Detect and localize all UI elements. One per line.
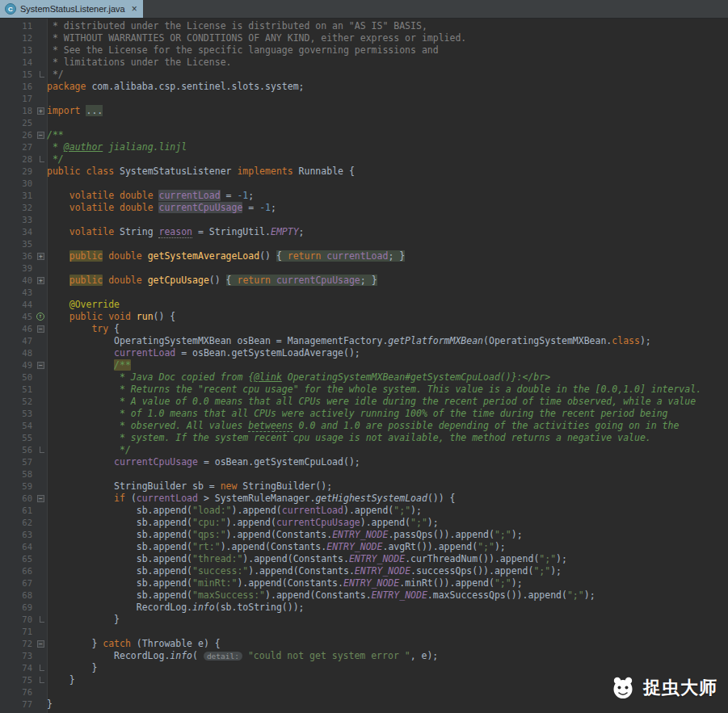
code-text (47, 626, 728, 638)
code-line[interactable]: 58 (0, 468, 728, 480)
watermark-text: 捉虫大师 (643, 676, 717, 700)
ide-window: C SystemStatusListener.java × 11 * distr… (0, 0, 728, 713)
code-line[interactable]: 61 sb.append("load:").append(currentLoad… (0, 505, 728, 517)
overriding-method-icon[interactable]: ↑ (36, 312, 44, 321)
code-line[interactable]: 17 (0, 93, 728, 105)
fold-end-icon[interactable] (40, 447, 44, 453)
code-line[interactable]: 15 */ (0, 69, 728, 81)
gutter (36, 614, 47, 626)
code-line[interactable]: 11 * distributed under the License is di… (0, 20, 728, 32)
code-text: * A value of 0.0 means that all CPUs wer… (47, 396, 728, 408)
code-line[interactable]: 18+import ... (0, 105, 728, 117)
code-text: RecordLog.info(sb.toString()); (47, 602, 728, 614)
line-number: 34 (0, 226, 36, 238)
code-editor[interactable]: 11 * distributed under the License is di… (0, 19, 728, 713)
code-line[interactable]: 43 (0, 287, 728, 299)
gutter (36, 214, 47, 226)
code-line[interactable]: 50 * Java Doc copied from {@link Operati… (0, 371, 728, 384)
code-line[interactable]: 29public class SystemStatusListener impl… (0, 166, 728, 178)
code-line[interactable]: 49− /** (0, 359, 728, 371)
gutter (36, 287, 47, 299)
code-text: * distributed under the License is distr… (47, 20, 728, 32)
fold-collapse-icon[interactable]: − (37, 325, 44, 333)
gutter (36, 93, 47, 105)
code-line[interactable]: 70 } (0, 614, 728, 626)
code-line[interactable]: 53 * of 1.0 means that all CPUs were act… (0, 408, 728, 420)
code-line[interactable]: 66 sb.append("success:").append(Constant… (0, 565, 728, 577)
code-line[interactable]: 68 sb.append("maxSuccess:").append(Const… (0, 589, 728, 602)
code-line[interactable]: 57 currentCpuUsage = osBean.getSystemCpu… (0, 456, 728, 468)
code-line[interactable]: 48 currentLoad = osBean.getSystemLoadAve… (0, 347, 728, 359)
fold-expand-icon[interactable]: + (37, 107, 44, 115)
code-text: sb.append("load:").append(currentLoad).a… (47, 505, 728, 517)
fold-collapse-icon[interactable]: − (37, 495, 44, 502)
code-text (47, 238, 728, 250)
code-line[interactable]: 33 (0, 214, 728, 226)
code-line[interactable]: 34 volatile String reason = StringUtil.E… (0, 226, 728, 238)
code-line[interactable]: 39 (0, 262, 728, 275)
code-line[interactable]: 32 volatile double currentCpuUsage = -1; (0, 202, 728, 214)
code-line[interactable]: 45↑ public void run() { (0, 311, 728, 323)
code-line[interactable]: 13 * See the License for the specific la… (0, 44, 728, 57)
code-line[interactable]: 60− if (currentLoad > SystemRuleManager.… (0, 493, 728, 505)
code-line[interactable]: 35 (0, 238, 728, 250)
fold-end-icon[interactable] (40, 71, 44, 78)
bug-logo-icon (610, 676, 636, 700)
fold-collapse-icon[interactable]: − (37, 362, 44, 369)
code-line[interactable]: 16package com.alibaba.csp.sentinel.slots… (0, 81, 728, 93)
code-line[interactable]: 77} (0, 698, 728, 711)
code-text: * Returns the "recent cpu usage" for the… (47, 384, 728, 396)
code-line[interactable]: 47 OperatingSystemMXBean osBean = Manage… (0, 335, 728, 347)
code-line[interactable]: 59 StringBuilder sb = new StringBuilder(… (0, 480, 728, 493)
tab-close-icon[interactable]: × (132, 4, 137, 14)
code-line[interactable]: 67 sb.append("minRt:").append(Constants.… (0, 577, 728, 589)
code-line[interactable]: 64 sb.append("rt:").append(Constants.ENT… (0, 541, 728, 553)
code-line[interactable]: 25 (0, 117, 728, 129)
code-line[interactable]: 62 sb.append("cpu:").append(currentCpuUs… (0, 517, 728, 529)
line-number: 40 (0, 275, 36, 287)
code-line[interactable]: 44 @Override (0, 299, 728, 311)
fold-collapse-icon[interactable]: − (37, 132, 44, 139)
code-line[interactable]: 26−/** (0, 129, 728, 141)
code-line[interactable]: 31 volatile double currentLoad = -1; (0, 190, 728, 202)
editor-tab[interactable]: C SystemStatusListener.java × (0, 0, 143, 18)
gutter (36, 480, 47, 493)
gutter (36, 565, 47, 577)
code-line[interactable]: 30 (0, 178, 728, 190)
code-line[interactable]: 63 sb.append("qps:").append(Constants.EN… (0, 529, 728, 541)
fold-end-icon[interactable] (40, 665, 44, 671)
code-line[interactable]: 28 */ (0, 153, 728, 166)
code-line[interactable]: 40+ public double getCpuUsage() { return… (0, 275, 728, 287)
line-number: 13 (0, 44, 36, 57)
code-text: @Override (47, 299, 728, 311)
code-line[interactable]: 51 * Returns the "recent cpu usage" for … (0, 384, 728, 396)
fold-end-icon[interactable] (40, 616, 44, 623)
line-number: 70 (0, 614, 36, 626)
fold-expand-icon[interactable]: + (37, 277, 44, 284)
fold-end-icon[interactable] (40, 677, 44, 683)
code-line[interactable]: 27 * @author jialiang.linjl (0, 141, 728, 153)
code-line[interactable]: 69 RecordLog.info(sb.toString()); (0, 602, 728, 614)
code-line[interactable]: 12 * WITHOUT WARRANTIES OR CONDITIONS OF… (0, 32, 728, 44)
code-line[interactable]: 14 * limitations under the License. (0, 57, 728, 69)
code-line[interactable]: 65 sb.append("thread:").append(Constants… (0, 553, 728, 565)
line-number: 26 (0, 129, 36, 141)
fold-expand-icon[interactable]: + (37, 253, 44, 260)
code-line[interactable]: 52 * A value of 0.0 means that all CPUs … (0, 396, 728, 408)
code-text: * system. If the system recent cpu usage… (47, 432, 728, 444)
code-text: * See the License for the specific langu… (47, 44, 728, 57)
code-line[interactable]: 55 * system. If the system recent cpu us… (0, 432, 728, 444)
fold-collapse-icon[interactable]: − (37, 640, 44, 648)
code-line[interactable]: 54 * observed. All values betweens 0.0 a… (0, 420, 728, 432)
code-line[interactable]: 73 RecordLog.info( detail: "could not ge… (0, 650, 728, 662)
code-line[interactable]: 74 } (0, 662, 728, 674)
line-number: 68 (0, 589, 36, 602)
gutter (36, 69, 47, 81)
code-line[interactable]: 46− try { (0, 323, 728, 335)
code-line[interactable]: 56 */ (0, 444, 728, 456)
code-text: currentCpuUsage = osBean.getSystemCpuLoa… (47, 456, 728, 468)
code-line[interactable]: 36+ public double getSystemAverageLoad()… (0, 250, 728, 262)
code-line[interactable]: 71 (0, 626, 728, 638)
fold-end-icon[interactable] (40, 156, 44, 162)
code-line[interactable]: 72− } catch (Throwable e) { (0, 638, 728, 650)
